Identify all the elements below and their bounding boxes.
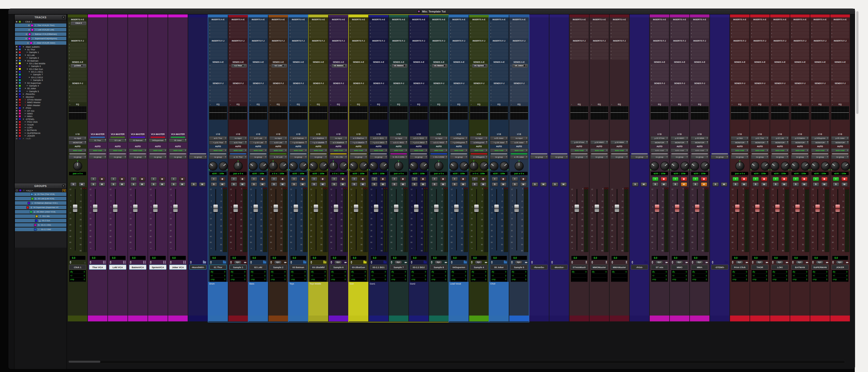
insert-slot[interactable]: • (410, 49, 428, 53)
volume-fader[interactable] (794, 187, 801, 256)
input-monitor-button[interactable]: I (371, 177, 378, 181)
volume-readout[interactable]: 0.0 (591, 256, 608, 260)
volume-fader[interactable] (92, 187, 99, 256)
send-slot[interactable]: + (229, 96, 247, 99)
volume-readout[interactable]: 0.0 (330, 256, 346, 260)
insert-slot[interactable]: • (349, 46, 368, 49)
input-monitor-button[interactable]: I (471, 177, 478, 181)
clip-led[interactable] (504, 188, 506, 189)
send-slot[interactable]: + (68, 67, 87, 71)
pan-knob[interactable] (409, 162, 418, 171)
insert-slot[interactable]: • (590, 32, 608, 35)
send-slot[interactable]: + (229, 71, 247, 74)
send-slot[interactable]: + (349, 99, 368, 102)
insert-slot[interactable]: • (249, 22, 267, 25)
eq-curve-display[interactable] (68, 106, 87, 120)
send-slot[interactable]: + (510, 96, 528, 99)
group-selector[interactable]: no group▼ (169, 155, 187, 159)
dyn-pill-button[interactable]: dyn (776, 261, 783, 264)
fader-cap[interactable] (133, 205, 137, 212)
send-slot[interactable]: + (731, 99, 749, 102)
volume-readout[interactable]: 0.0 (371, 256, 386, 260)
track-list-item[interactable]: ▾03-2.1 BG1 (15, 70, 67, 73)
track-list-item[interactable]: ǁLoki VCA (02 Loki) (15, 28, 67, 32)
strip-height-stepper[interactable] (290, 261, 292, 264)
group-enable-dot[interactable] (28, 194, 29, 195)
strip-height-stepper[interactable] (69, 261, 71, 264)
mute-button[interactable]: M (741, 182, 747, 187)
send-slot[interactable]: + (330, 89, 347, 92)
track-list-item[interactable]: ↦LOKI (15, 126, 67, 129)
send-slot[interactable]: + (811, 85, 829, 89)
pan-knob[interactable] (781, 162, 790, 171)
track-name[interactable]: MMAMaster (611, 265, 628, 270)
input-selector[interactable]: a.05 Joker▼ (490, 136, 508, 140)
insert-slot[interactable]: • (650, 57, 669, 60)
eq-curve-display[interactable] (650, 106, 669, 120)
window-titlebar[interactable]: Mix: Template Tut (8, 9, 855, 14)
group-list-item[interactable]: d04 Superman (Superman VC (15, 205, 67, 209)
solo-button[interactable]: S (672, 182, 679, 187)
waveform-view-icon[interactable]: ▶▶ (244, 261, 246, 264)
clip-led[interactable] (323, 188, 325, 189)
output-window-icon[interactable]: † (626, 141, 628, 143)
send-slot[interactable]: +v4. Sprmn (470, 64, 488, 67)
clip-led[interactable] (484, 188, 486, 189)
folder-icon[interactable] (564, 261, 567, 264)
pan-knob[interactable] (319, 162, 328, 171)
volume-fader[interactable] (292, 187, 299, 256)
insert-slot[interactable]: • (349, 53, 368, 56)
send-slot[interactable]: + (289, 89, 307, 92)
strip-height-stepper[interactable] (330, 261, 332, 264)
clip-led[interactable] (345, 188, 347, 189)
insert-slot[interactable]: • (289, 46, 307, 49)
pan-readout[interactable]: ◂100|100▸ (410, 172, 427, 175)
input-selector[interactable]: no input▼ (330, 136, 347, 140)
insert-slot[interactable]: • (690, 28, 709, 32)
send-slot[interactable]: + (791, 99, 809, 102)
eq-enable-dot[interactable] (732, 104, 733, 105)
strip-height-stepper[interactable] (772, 261, 774, 264)
fader-cap[interactable] (354, 205, 358, 212)
insert-slot[interactable]: • (289, 35, 307, 38)
track-name[interactable]: STmixMastr (571, 265, 588, 270)
clip-led[interactable] (223, 188, 225, 189)
insert-slot[interactable]: • (771, 53, 789, 56)
insert-slot[interactable]: • (671, 22, 689, 25)
fader-cap[interactable] (274, 205, 278, 212)
insert-slot[interactable]: • (249, 53, 267, 56)
mute-button[interactable]: M (400, 182, 406, 187)
send-slot[interactable]: + (771, 99, 789, 102)
group-enable-dot[interactable] (28, 198, 30, 199)
group-selector[interactable]: f: 03-1 Mo▼ (330, 155, 347, 159)
output-selector[interactable]: MONITOR† (791, 140, 809, 145)
output-window-icon[interactable]: † (425, 141, 427, 143)
send-slot[interactable]: + (731, 78, 749, 81)
record-arm-button[interactable] (239, 177, 246, 181)
group-selector[interactable]: no group▼ (650, 155, 669, 159)
mute-button[interactable]: M (319, 182, 326, 187)
insert-slot[interactable]: • (68, 35, 87, 38)
output-window-icon[interactable]: † (265, 141, 267, 143)
volume-readout[interactable]: 0.0 (812, 256, 828, 260)
group-selector[interactable]: no group▼ (771, 155, 789, 159)
volume-fader[interactable] (593, 187, 600, 256)
automation-mode-selector[interactable]: auto read▼ (450, 148, 468, 153)
insert-slot[interactable]: • (590, 28, 608, 32)
insert-slot[interactable]: • (811, 53, 829, 56)
fader-cap[interactable] (153, 205, 158, 212)
clip-led[interactable] (243, 188, 245, 189)
waveform-view-icon[interactable]: ▶▶ (686, 261, 688, 264)
group-selector[interactable]: no group▼ (108, 155, 127, 159)
input-selector[interactable]: p.05 Joker▼ (831, 136, 849, 140)
insert-slot[interactable]: • (390, 49, 408, 53)
track-show-dot[interactable] (16, 85, 18, 87)
clip-led[interactable] (424, 188, 426, 189)
group-selector[interactable]: no group▼ (370, 155, 388, 159)
output-window-icon[interactable]: † (124, 139, 126, 141)
fader-cap[interactable] (93, 205, 97, 212)
solo-button[interactable]: S (431, 182, 438, 187)
track-list-item[interactable]: ▾03-2.2 BG2 (15, 76, 67, 79)
track-list-item[interactable]: ǁSupermanVCA(04Sprmn) (15, 36, 67, 41)
insert-slot[interactable]: • (610, 22, 628, 25)
